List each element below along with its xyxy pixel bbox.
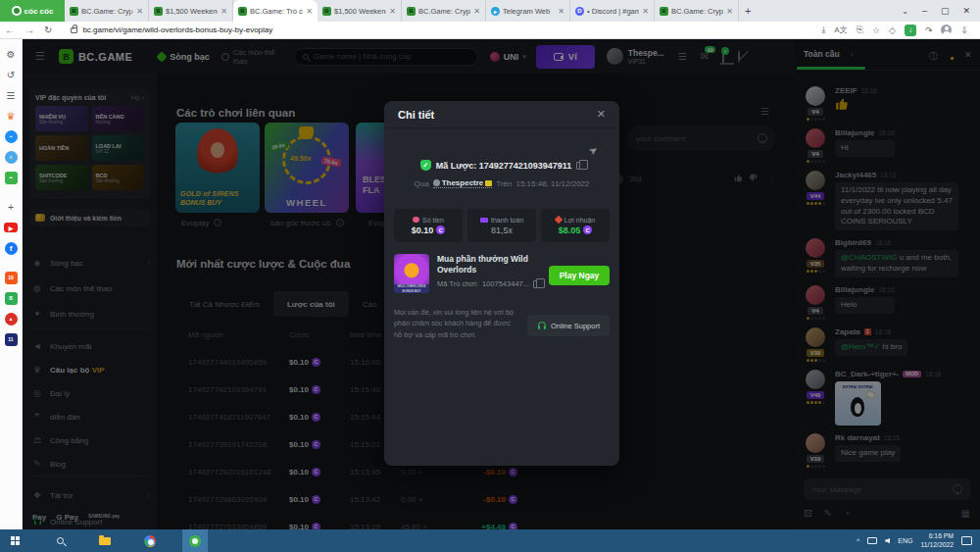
headphones-icon	[537, 321, 547, 330]
coin-icon: C	[436, 226, 445, 234]
coccoc-logo[interactable]: cốc cốc	[0, 0, 65, 22]
browser-tabbar: cốc cốc BBC.Game: Crypto♪✕ B$1,500 Weeke…	[0, 0, 980, 22]
promo-app-icon-1[interactable]: 10	[4, 271, 18, 284]
youtube-icon[interactable]: ▶	[4, 221, 18, 234]
feed-icon[interactable]: ☰	[4, 88, 18, 102]
game-id-line: Mã Trò chơi:1007543447...	[437, 279, 541, 288]
chrome-icon[interactable]	[137, 529, 163, 552]
action-center-icon[interactable]	[961, 536, 972, 545]
promo-app-icon-4[interactable]: 11	[4, 332, 18, 346]
tab-bcgame-3[interactable]: BBC.Game: Crypto Ca✕	[655, 0, 739, 22]
network-icon[interactable]	[867, 537, 877, 544]
game-center-icon[interactable]: ••	[4, 171, 18, 184]
promo-app-icon-3[interactable]: ▲	[4, 312, 18, 326]
save-page-icon[interactable]: ⤓	[821, 25, 825, 35]
modal-header: Chi tiết ✕	[384, 101, 619, 128]
tab-close-icon[interactable]: ✕	[642, 7, 649, 16]
modal-close-icon[interactable]: ✕	[597, 108, 606, 121]
modal-game-title: Mua phần thưởng Wild Overlords	[437, 254, 541, 276]
verified-shield-icon: ✓	[420, 160, 431, 171]
coccoc-taskbar-icon[interactable]	[182, 529, 208, 552]
bcgame-favicon: B	[660, 7, 668, 16]
bettor-name[interactable]: Thespectre	[433, 178, 493, 188]
tab-close-icon[interactable]: ✕	[726, 7, 733, 16]
translate-icon[interactable]: A文	[834, 25, 847, 35]
tab-discord[interactable]: D• Discord | #gam✕	[570, 0, 655, 22]
facebook-icon[interactable]: f	[4, 241, 18, 255]
coin-icon: C	[583, 226, 592, 234]
modal-game-row: Mua phần thưởng Wild Overlords Mã Trò ch…	[394, 254, 610, 293]
share-icon[interactable]: ⎘	[857, 25, 863, 35]
bookmark-star-icon[interactable]: ☆	[872, 25, 880, 35]
windows-taskbar: ^ ENG 6:16 PM11/12/2022	[0, 529, 980, 552]
url-text[interactable]: bc.game/vi/game/wild-overlords-bonus-buy…	[82, 25, 272, 34]
game-thumbnail[interactable]	[394, 254, 429, 293]
screen: cốc cốc BBC.Game: Crypto♪✕ B$1,500 Weeke…	[0, 0, 980, 552]
bcgame-favicon: B	[238, 7, 247, 16]
new-tab-button[interactable]: +	[745, 5, 751, 17]
close-button[interactable]: ✕	[962, 6, 970, 16]
bcgame-favicon: B	[407, 7, 416, 16]
person-icon	[433, 179, 440, 186]
crown-icon[interactable]: ♛	[4, 109, 18, 123]
tab-close-icon[interactable]: ✕	[220, 7, 227, 16]
add-shortcut-icon[interactable]: +	[4, 200, 18, 214]
tab-close-icon[interactable]: ✕	[473, 7, 480, 16]
clock[interactable]: 6:16 PM11/12/2022	[920, 532, 954, 549]
minimize-button[interactable]: –	[922, 6, 927, 16]
language-indicator[interactable]: ENG	[898, 537, 912, 544]
tab-close-icon[interactable]: ✕	[558, 7, 564, 16]
stat-amount: Số tiền $0.10C	[394, 209, 463, 242]
coccoc-cup-icon	[12, 6, 22, 16]
modal-title: Chi tiết	[398, 109, 434, 121]
tray-expand-icon[interactable]: ^	[857, 537, 859, 544]
lock-icon[interactable]	[71, 27, 77, 33]
tab-close-icon[interactable]: ✕	[306, 7, 313, 16]
back-icon[interactable]: ←	[5, 25, 15, 35]
tab-bcgame-active[interactable]: BBC.Game: Trò chơi s✕	[233, 0, 318, 22]
play-now-button[interactable]: Play Ngay	[549, 266, 610, 285]
messenger-icon[interactable]: ⌁	[4, 129, 18, 143]
tab-close-icon[interactable]: ✕	[389, 7, 396, 16]
tab-audio-icon: ♪	[130, 8, 134, 15]
browser-addressbar: ← → ↻ bc.game/vi/game/wild-overlords-bon…	[0, 22, 980, 39]
discord-favicon: D	[575, 7, 584, 16]
start-button[interactable]	[2, 529, 27, 552]
bcgame-favicon: B	[70, 7, 78, 16]
bcgame-page: ☰ B BC.GAME Sòng bạc Các môn thể thao UN…	[23, 39, 980, 529]
support-help-text: Mọi vấn đề, xin vui lòng liên hệ với bộ …	[394, 307, 519, 340]
copy-icon[interactable]	[533, 280, 540, 288]
payout-icon	[480, 218, 488, 223]
download-extension-icon[interactable]: ↓	[905, 25, 916, 36]
tab-bcgame-2[interactable]: BBC.Game: Crypto Ca✕	[402, 0, 486, 22]
promo-app-icon-2[interactable]: B	[4, 291, 18, 305]
zalo-icon[interactable]: ≈	[4, 150, 18, 164]
profit-icon	[555, 216, 563, 224]
history-icon[interactable]: ↺	[4, 68, 18, 81]
vip-emblem-icon	[485, 180, 492, 186]
tab-weekend-1[interactable]: B$1,500 Weekend Ev✕	[149, 0, 233, 22]
tab-close-icon[interactable]: ✕	[136, 7, 143, 16]
volume-icon[interactable]	[885, 538, 890, 544]
tab-bcgame-1[interactable]: BBC.Game: Crypto♪✕	[65, 0, 149, 22]
extension-icon[interactable]: ↷	[925, 25, 933, 35]
maximize-button[interactable]: ▢	[941, 6, 950, 16]
bet-id-line: ✓ Mã Lược: 1749277421093947911	[384, 160, 619, 171]
tab-weekend-2[interactable]: B$1,500 Weekend Ev✕	[318, 0, 402, 22]
system-tray: ^ ENG 6:16 PM11/12/2022	[857, 532, 980, 549]
browser-sidebar: ⚙ ↺ ☰ ♛ ⌁ ≈ •• + ▶ f 10 B ▲ 11 ⋯	[0, 39, 23, 529]
downloads-icon[interactable]: ⇩	[960, 25, 968, 35]
profile-avatar-icon[interactable]	[941, 25, 952, 35]
file-explorer-icon[interactable]	[92, 529, 118, 552]
coccoc-brand-label: cốc cốc	[24, 7, 54, 16]
settings-gear-icon[interactable]: ⚙	[4, 47, 18, 61]
copy-icon[interactable]	[576, 162, 583, 170]
share-icon[interactable]: ➤	[586, 143, 601, 159]
reload-icon[interactable]: ↻	[44, 25, 52, 35]
forward-icon[interactable]: →	[24, 25, 34, 35]
adblock-shield-icon[interactable]: ◇	[889, 25, 896, 35]
taskbar-search-icon[interactable]	[47, 529, 73, 552]
tab-telegram[interactable]: ▸Telegram Web✕	[486, 0, 570, 22]
online-support-button[interactable]: Online Support	[527, 315, 610, 336]
tab-search-icon[interactable]: ⌄	[902, 7, 908, 16]
